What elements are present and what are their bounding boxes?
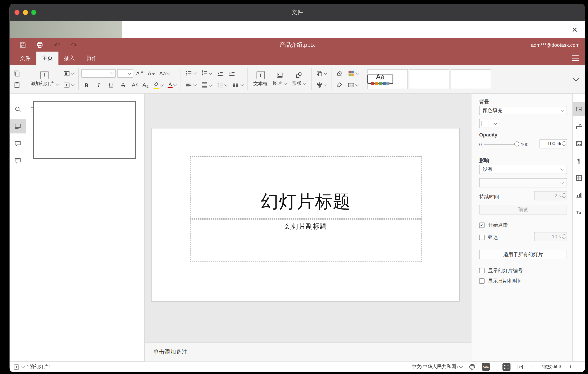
italic-button[interactable]: I xyxy=(93,80,104,90)
copy-button[interactable] xyxy=(12,68,22,78)
textart-settings-button[interactable]: Ta xyxy=(573,205,585,220)
clear-style-button[interactable] xyxy=(334,68,344,78)
comments-button[interactable] xyxy=(10,136,26,151)
increase-indent-button[interactable] xyxy=(227,68,237,78)
spell-check-button[interactable]: ABC xyxy=(482,363,490,371)
chevron-down-icon xyxy=(224,83,228,86)
insert-shape-button[interactable]: 形状 xyxy=(289,67,308,91)
chat-button[interactable] xyxy=(10,154,26,168)
font-name-select[interactable] xyxy=(81,69,116,77)
redo-button[interactable]: ↷ xyxy=(68,40,80,50)
fit-to-width-button[interactable] xyxy=(516,363,524,370)
start-on-click-checkbox[interactable]: ✓ xyxy=(479,222,484,228)
spinner-arrows-icon[interactable] xyxy=(563,141,565,146)
save-button[interactable] xyxy=(16,40,29,50)
add-slide-button[interactable]: + 添加幻灯片 xyxy=(28,67,62,91)
paragraph-settings-button[interactable]: ¶ xyxy=(573,154,585,168)
zoom-in-button[interactable]: + xyxy=(567,364,574,370)
font-color-button[interactable]: A xyxy=(166,80,178,90)
highlight-color-button[interactable] xyxy=(152,80,165,90)
paste-button[interactable] xyxy=(12,80,22,90)
chevron-down-icon xyxy=(573,76,579,82)
strikethrough-button[interactable]: S xyxy=(118,80,128,90)
undo-button[interactable]: ↶ xyxy=(51,40,63,50)
theme-option-selected[interactable]: Aa xyxy=(367,75,393,84)
delay-input[interactable]: 10 s xyxy=(534,232,567,241)
align-shape-button[interactable] xyxy=(314,80,328,90)
opacity-input[interactable]: 100 % xyxy=(539,139,567,148)
slide-settings-panel: 背景 颜色填充 Opacity 0 100 100 % 影响 没有 xyxy=(472,94,572,361)
theme-option[interactable] xyxy=(409,69,449,89)
image-settings-button[interactable] xyxy=(573,136,585,151)
insert-columns-button[interactable] xyxy=(231,80,245,90)
font-group: A A Aa B I U S A² A₂ A xyxy=(81,68,178,90)
show-slide-number-checkbox[interactable] xyxy=(479,268,484,273)
delay-checkbox[interactable] xyxy=(479,235,484,240)
chart-settings-button[interactable] xyxy=(573,188,585,202)
insert-image-button[interactable]: 图片 xyxy=(270,67,289,91)
notes-area[interactable]: 单击添加备注 xyxy=(145,342,472,361)
bullet-list-button[interactable] xyxy=(184,68,198,78)
insert-textbox-button[interactable]: T 文本框 xyxy=(251,67,270,91)
title-placeholder[interactable]: 幻灯片标题 xyxy=(190,156,421,219)
shape-settings-button[interactable] xyxy=(573,119,585,133)
effect-select[interactable]: 没有 xyxy=(479,165,567,174)
tab-home[interactable]: 主页 xyxy=(36,52,58,65)
start-slideshow-status-button[interactable] xyxy=(13,364,24,370)
font-size-select[interactable] xyxy=(117,69,133,77)
search-button[interactable] xyxy=(10,102,26,116)
opacity-slider-handle[interactable] xyxy=(514,141,519,146)
table-settings-button[interactable] xyxy=(573,171,585,185)
horizontal-align-button[interactable] xyxy=(184,80,198,90)
theme-option[interactable] xyxy=(451,69,491,89)
print-button[interactable] xyxy=(33,40,46,50)
vertical-align-button[interactable] xyxy=(200,80,214,90)
close-icon[interactable]: × xyxy=(569,24,580,35)
background-color-select[interactable] xyxy=(479,119,499,128)
decrement-font-size-button[interactable]: A xyxy=(146,68,156,78)
subscript-button[interactable]: A₂ xyxy=(141,80,150,90)
arrange-shape-button[interactable] xyxy=(314,68,328,78)
align-objects-icon xyxy=(316,81,323,88)
zoom-out-button[interactable]: − xyxy=(530,364,536,370)
fullscreen-window-button[interactable] xyxy=(31,10,36,15)
language-select[interactable]: 中文(中华人民共和国) xyxy=(412,363,462,370)
set-document-language-button[interactable] xyxy=(469,363,476,370)
background-fill-select[interactable]: 颜色填充 xyxy=(479,106,567,115)
start-slideshow-button[interactable] xyxy=(61,80,75,90)
underline-button[interactable]: U xyxy=(106,80,116,90)
spinner-arrows-icon[interactable] xyxy=(563,193,565,198)
theme-gallery-expand-button[interactable] xyxy=(571,78,581,81)
apply-to-all-button[interactable]: 适用于所有幻灯片 xyxy=(479,250,567,259)
opacity-slider[interactable] xyxy=(484,144,517,144)
close-window-button[interactable] xyxy=(14,10,20,15)
chevron-down-icon xyxy=(355,71,359,75)
copy-style-button[interactable] xyxy=(334,80,344,90)
duration-input[interactable]: 2 s xyxy=(534,191,567,200)
subtitle-placeholder[interactable]: 幻灯片副标题 xyxy=(190,220,421,262)
slide-settings-button[interactable] xyxy=(573,102,585,116)
slide-layout-button[interactable] xyxy=(61,68,75,78)
slide-thumbnail[interactable] xyxy=(33,101,136,159)
menu-icon[interactable] xyxy=(572,55,579,61)
line-spacing-button[interactable] xyxy=(215,80,229,90)
color-scheme-button[interactable] xyxy=(346,68,360,78)
slide-size-button[interactable] xyxy=(346,80,360,90)
decrease-indent-button[interactable] xyxy=(215,68,225,78)
superscript-button[interactable]: A² xyxy=(130,80,139,90)
spinner-arrows-icon[interactable] xyxy=(563,234,565,239)
tab-insert[interactable]: 插入 xyxy=(58,52,80,65)
show-date-time-checkbox[interactable] xyxy=(479,278,484,283)
numbered-list-button[interactable] xyxy=(200,68,214,78)
slides-panel-button[interactable] xyxy=(10,119,26,133)
minimize-window-button[interactable] xyxy=(23,10,28,15)
tab-file[interactable]: 文件 xyxy=(14,52,36,65)
bold-button[interactable]: B xyxy=(81,80,92,90)
tab-collaboration[interactable]: 协作 xyxy=(81,52,103,65)
fit-to-slide-button[interactable] xyxy=(503,363,511,371)
increment-font-size-button[interactable]: A xyxy=(135,68,145,78)
effect-type-select[interactable] xyxy=(479,178,567,187)
change-case-button[interactable]: Aa xyxy=(158,68,171,78)
preview-button[interactable]: 预览 xyxy=(479,205,567,215)
slide-canvas[interactable]: 幻灯片标题 幻灯片副标题 xyxy=(151,128,460,302)
